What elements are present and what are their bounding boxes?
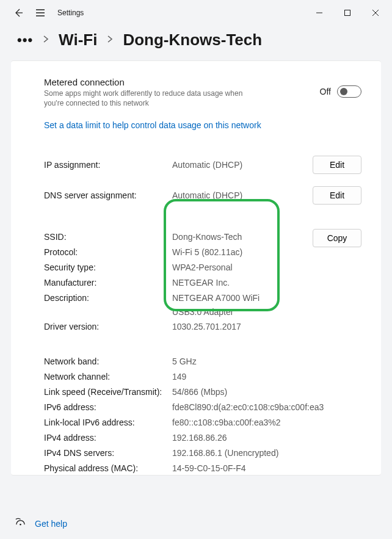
dns-edit-button[interactable]: Edit <box>313 186 361 204</box>
metered-title: Metered connection <box>44 77 252 87</box>
detail-value: 14-59-C0-15-0F-F4 <box>172 461 361 476</box>
svg-point-1 <box>20 524 21 525</box>
detail-value: fe80::c108:c9ba:c00f:ea3%2 <box>172 416 361 430</box>
detail-row: IPv4 address:192.168.86.26 <box>44 431 361 446</box>
detail-key: Physical address (MAC): <box>44 461 172 476</box>
detail-row: Protocol:Wi-Fi 5 (802.11ac) <box>44 245 361 261</box>
detail-key: IPv4 address: <box>44 431 172 445</box>
detail-row: Description:NETGEAR A7000 WiFi USB3.0 Ad… <box>44 291 361 319</box>
help-icon[interactable] <box>15 516 26 530</box>
close-button[interactable] <box>361 3 390 23</box>
detail-key: Network channel: <box>44 370 172 384</box>
network-details-extra: Network band:5 GHzNetwork channel:149Lin… <box>44 355 361 476</box>
ip-assignment-value: Automatic (DHCP) <box>172 160 313 170</box>
content-panel: Metered connection Some apps might work … <box>11 60 381 476</box>
toggle-state-label: Off <box>320 87 331 96</box>
detail-value: fde8Cl890:d(a2:ec0:c108:c9ba:c00f:ea3 <box>172 400 270 414</box>
get-help-link[interactable]: Get help <box>35 519 67 529</box>
breadcrumb: ••• Wi-Fi Dong-Knows-Tech <box>0 26 392 60</box>
detail-key: IPv6 address: <box>44 400 172 414</box>
detail-value: Wi-Fi 5 (802.11ac) <box>172 245 361 259</box>
detail-key: Security type: <box>44 261 172 275</box>
detail-key: Description: <box>44 291 172 305</box>
detail-value: NETGEAR A7000 WiFi USB3.0 Adapter <box>172 291 270 319</box>
breadcrumb-wifi[interactable]: Wi-Fi <box>59 31 97 49</box>
detail-value: 5 GHz <box>172 355 361 369</box>
metered-toggle-group: Off <box>320 85 361 98</box>
detail-row: Security type:WPA2-Personal <box>44 261 361 276</box>
toggle-knob <box>340 88 347 95</box>
detail-key: Link-local IPv6 address: <box>44 416 172 430</box>
breadcrumb-network-name: Dong-Knows-Tech <box>123 31 262 49</box>
detail-key: SSID: <box>44 230 172 244</box>
detail-row: Physical address (MAC):14-59-C0-15-0F-F4 <box>44 461 361 476</box>
detail-value: 1030.25.701.2017 <box>172 320 361 334</box>
detail-key: Link speed (Receive/Transmit): <box>44 385 172 399</box>
metered-subtitle: Some apps might work differently to redu… <box>44 89 252 108</box>
detail-value: 54/866 (Mbps) <box>172 385 361 399</box>
detail-key: Driver version: <box>44 320 172 334</box>
detail-row: Network channel:149 <box>44 370 361 385</box>
svg-rect-0 <box>345 10 350 16</box>
window-controls <box>305 3 390 23</box>
titlebar: Settings <box>0 0 392 26</box>
back-button[interactable] <box>13 8 23 18</box>
detail-row: Manufacturer:NETGEAR Inc. <box>44 276 361 291</box>
ip-assignment-label: IP assignment: <box>44 160 172 170</box>
detail-value: NETGEAR Inc. <box>172 276 361 290</box>
dns-assignment-value: Automatic (DHCP) <box>172 190 313 200</box>
chevron-right-icon <box>107 35 113 45</box>
detail-value: 149 <box>172 370 361 384</box>
footer: Get help <box>15 516 67 530</box>
assignment-block: IP assignment: Automatic (DHCP) Edit DNS… <box>44 150 361 211</box>
data-limit-link[interactable]: Set a data limit to help control data us… <box>44 120 361 130</box>
detail-value: WPA2-Personal <box>172 261 361 275</box>
window-title: Settings <box>57 9 84 17</box>
detail-key: Network band: <box>44 355 172 369</box>
detail-row: Driver version:1030.25.701.2017 <box>44 320 361 335</box>
breadcrumb-overflow[interactable]: ••• <box>17 32 33 48</box>
detail-key: IPv4 DNS servers: <box>44 446 172 460</box>
detail-value: 192.168.86.26 <box>172 431 361 445</box>
ip-assignment-row: IP assignment: Automatic (DHCP) Edit <box>44 150 361 180</box>
maximize-button[interactable] <box>333 3 361 23</box>
titlebar-left: Settings <box>13 8 84 18</box>
dns-assignment-label: DNS server assignment: <box>44 190 172 200</box>
detail-key: Protocol: <box>44 245 172 259</box>
metered-section: Metered connection Some apps might work … <box>44 77 361 108</box>
detail-row: Link-local IPv6 address:fe80::c108:c9ba:… <box>44 416 361 431</box>
ip-edit-button[interactable]: Edit <box>313 156 361 174</box>
copy-button[interactable]: Copy <box>313 229 361 247</box>
detail-value: 192.168.86.1 (Unencrypted) <box>172 446 361 460</box>
detail-key: Manufacturer: <box>44 276 172 290</box>
hamburger-icon[interactable] <box>35 8 45 18</box>
detail-row: IPv6 address:fde8Cl890:d(a2:ec0:c108:c9b… <box>44 400 361 416</box>
detail-row: Network band:5 GHz <box>44 355 361 370</box>
network-details-main: Copy SSID:Dong-Knows-TechProtocol:Wi-Fi … <box>44 230 361 335</box>
minimize-button[interactable] <box>305 3 333 23</box>
detail-row: Link speed (Receive/Transmit):54/866 (Mb… <box>44 385 361 400</box>
detail-row: IPv4 DNS servers:192.168.86.1 (Unencrypt… <box>44 446 361 461</box>
chevron-right-icon <box>43 35 49 45</box>
metered-toggle[interactable] <box>337 85 361 98</box>
dns-assignment-row: DNS server assignment: Automatic (DHCP) … <box>44 180 361 211</box>
